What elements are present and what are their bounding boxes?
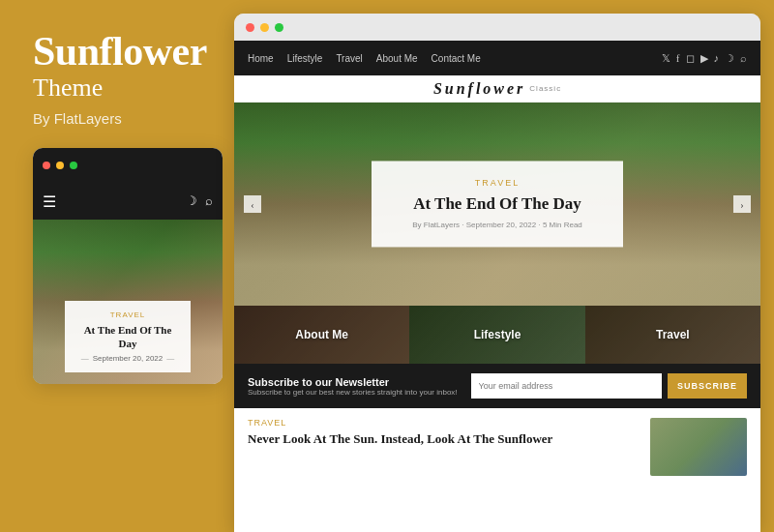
site-hero: Travel At The End Of The Day By FlatLaye… — [234, 103, 760, 306]
title-sunflower: Sunflower — [33, 29, 215, 74]
nav-icons-right: 𝕏 f ◻ ▶ ♪ ☽ ⌕ — [662, 52, 747, 65]
hero-category: Travel — [401, 178, 594, 188]
browser-mockup: Home Lifestyle Travel About Me Contact M… — [234, 14, 760, 532]
newsletter-subscribe-button[interactable]: SUBSCRIBE — [668, 373, 747, 399]
left-panel: Sunflower Theme By FlatLayers ☰ ☽ ⌕ Trav… — [0, 0, 234, 532]
hero-content-box: Travel At The End Of The Day By FlatLaye… — [372, 161, 623, 247]
category-lifestyle[interactable]: Lifestyle — [409, 306, 584, 364]
browser-dot-yellow[interactable] — [260, 23, 269, 32]
search-icon[interactable]: ⌕ — [205, 193, 213, 209]
mobile-category-tag: Travel — [78, 310, 177, 319]
nav-contact[interactable]: Contact Me — [432, 53, 481, 64]
mobile-dot-red — [43, 162, 50, 169]
mobile-dot-green — [70, 162, 77, 169]
newsletter-text: Subscribe to our Newsletter Subscribe to… — [248, 376, 458, 397]
bottom-post-category: Travel — [248, 418, 640, 428]
nav-links: Home Lifestyle Travel About Me Contact M… — [248, 53, 481, 64]
category-about-label: About Me — [295, 328, 348, 341]
browser-chrome — [234, 14, 760, 41]
bottom-post-title[interactable]: Never Look At The Sun. Instead, Look At … — [248, 431, 640, 448]
category-grid: About Me Lifestyle Travel — [234, 306, 760, 364]
nav-home[interactable]: Home — [248, 53, 274, 64]
hero-next-arrow[interactable]: › — [733, 195, 751, 213]
bottom-posts: Travel Never Look At The Sun. Instead, L… — [234, 408, 760, 532]
twitter-icon[interactable]: 𝕏 — [662, 52, 670, 65]
youtube-icon[interactable]: ▶ — [700, 52, 708, 65]
site-logo-bar: Sunflower Classic — [234, 75, 760, 103]
facebook-icon[interactable]: f — [676, 52, 680, 64]
theme-title: Sunflower Theme — [33, 29, 215, 110]
hero-title: At The End Of The Day — [401, 193, 594, 215]
browser-dot-green[interactable] — [275, 23, 283, 32]
mobile-nav-icons: ☽ ⌕ — [186, 193, 213, 209]
mobile-nav-bar: ☰ ☽ ⌕ — [33, 183, 223, 220]
hamburger-icon[interactable]: ☰ — [43, 192, 56, 211]
hero-prev-arrow[interactable]: ‹ — [244, 195, 261, 213]
nav-about[interactable]: About Me — [376, 53, 418, 64]
nav-travel[interactable]: Travel — [336, 53, 362, 64]
instagram-icon[interactable]: ◻ — [686, 52, 695, 65]
moon-icon[interactable]: ☽ — [186, 193, 197, 209]
newsletter-subtitle: Subscribe to get our best new stories st… — [248, 388, 458, 397]
search-icon[interactable]: ⌕ — [740, 52, 747, 64]
category-travel-label: Travel — [656, 328, 690, 341]
title-theme: Theme — [33, 74, 215, 103]
mobile-chrome-bar — [33, 148, 223, 183]
mobile-hero-title: At The End Of The Day — [78, 323, 177, 351]
newsletter-bar: Subscribe to our Newsletter Subscribe to… — [234, 364, 760, 408]
category-about[interactable]: About Me — [234, 306, 409, 364]
site-logo-sub: Classic — [529, 84, 561, 93]
browser-dot-red[interactable] — [246, 23, 254, 32]
category-travel[interactable]: Travel — [585, 306, 760, 364]
newsletter-form: SUBSCRIBE — [471, 373, 747, 399]
mobile-dot-yellow — [56, 162, 64, 169]
newsletter-title: Subscribe to our Newsletter — [248, 376, 458, 388]
hero-meta: By FlatLayers · September 20, 2022 · 5 M… — [401, 222, 594, 230]
mobile-mockup: ☰ ☽ ⌕ Travel At The End Of The Day Septe… — [33, 148, 223, 384]
mobile-hero-date: September 20, 2022 — [78, 354, 177, 363]
newsletter-email-input[interactable] — [471, 373, 662, 399]
bottom-post-text: Travel Never Look At The Sun. Instead, L… — [248, 418, 640, 522]
category-lifestyle-label: Lifestyle — [474, 328, 521, 341]
browser-content: Home Lifestyle Travel About Me Contact M… — [234, 41, 760, 532]
site-logo: Sunflower — [433, 80, 525, 98]
mobile-hero-image: Travel At The End Of The Day September 2… — [33, 220, 223, 384]
author-credit: By FlatLayers — [33, 110, 215, 127]
tiktok-icon[interactable]: ♪ — [714, 52, 720, 64]
mobile-hero-overlay: Travel At The End Of The Day September 2… — [65, 301, 191, 373]
nav-lifestyle[interactable]: Lifestyle — [287, 53, 323, 64]
bottom-post-image — [650, 418, 747, 476]
site-nav: Home Lifestyle Travel About Me Contact M… — [234, 41, 760, 75]
moon-icon[interactable]: ☽ — [725, 52, 734, 65]
